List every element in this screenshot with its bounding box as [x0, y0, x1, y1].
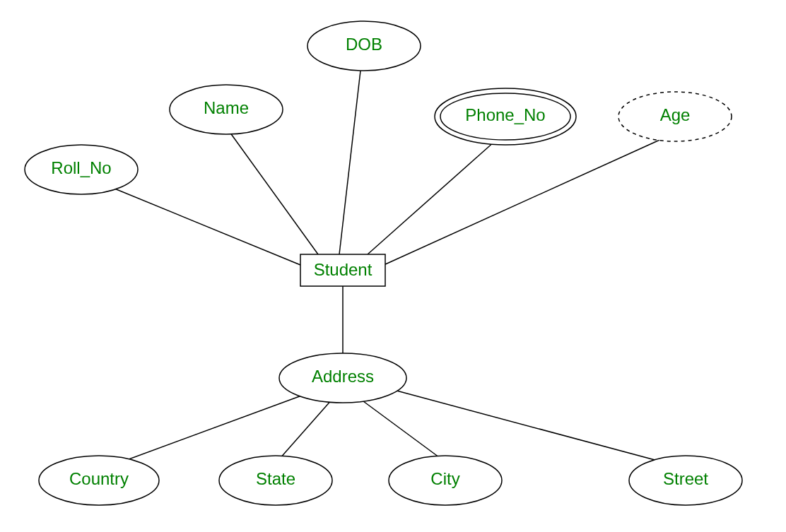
entity-student: Student	[300, 254, 385, 286]
edge-student-name	[226, 127, 318, 254]
attr-country-label: Country	[69, 469, 129, 488]
attr-rollno: Roll_No	[25, 145, 138, 194]
attr-age: Age	[618, 92, 732, 141]
edges	[106, 71, 679, 466]
attr-name: Name	[170, 85, 283, 134]
attr-city-label: City	[430, 469, 459, 488]
attr-rollno-label: Roll_No	[51, 158, 111, 177]
edge-student-phone	[368, 141, 495, 254]
attr-name-label: Name	[204, 98, 249, 117]
attr-country: Country	[39, 456, 159, 505]
attr-phone-label: Phone_No	[465, 105, 545, 124]
edge-student-dob	[339, 71, 360, 254]
attr-state-label: State	[256, 469, 295, 488]
attr-address-label: Address	[312, 367, 374, 386]
edge-student-age	[384, 138, 664, 265]
edge-student-rollno	[106, 185, 300, 265]
attr-city: City	[389, 456, 502, 505]
edge-address-city	[360, 399, 442, 459]
attr-address: Address	[279, 353, 406, 403]
attr-street-label: Street	[663, 469, 708, 488]
edge-address-country	[110, 392, 311, 466]
edge-address-street	[389, 389, 679, 466]
attr-state: State	[219, 456, 332, 505]
attr-street: Street	[629, 456, 742, 505]
edge-address-state	[279, 399, 332, 459]
attr-age-label: Age	[660, 105, 691, 124]
attr-dob-label: DOB	[346, 35, 382, 54]
attr-phone: Phone_No	[435, 88, 576, 145]
entity-student-label: Student	[314, 260, 373, 279]
er-diagram: Student Roll_No Name DOB Phone_No Age Ad…	[0, 0, 786, 532]
attr-dob: DOB	[307, 21, 421, 71]
